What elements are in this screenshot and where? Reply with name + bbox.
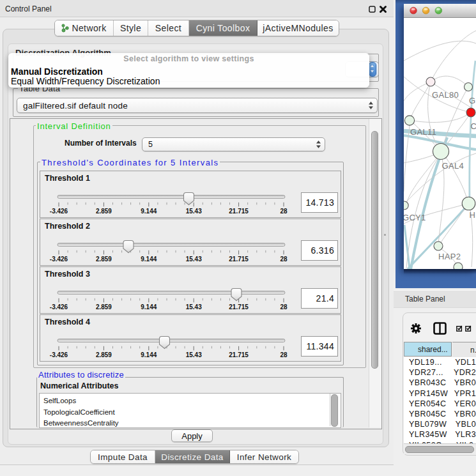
svg-text:C: C <box>471 121 476 131</box>
svg-text:GAL4: GAL4 <box>442 161 464 171</box>
svg-text:HAP2: HAP2 <box>438 252 461 261</box>
svg-text:GCY1: GCY1 <box>404 213 426 222</box>
svg-text:GAL80: GAL80 <box>432 90 459 100</box>
svg-text:H: H <box>470 210 476 220</box>
svg-text:G...: G... <box>469 96 476 105</box>
svg-text:GAL11: GAL11 <box>410 127 436 137</box>
